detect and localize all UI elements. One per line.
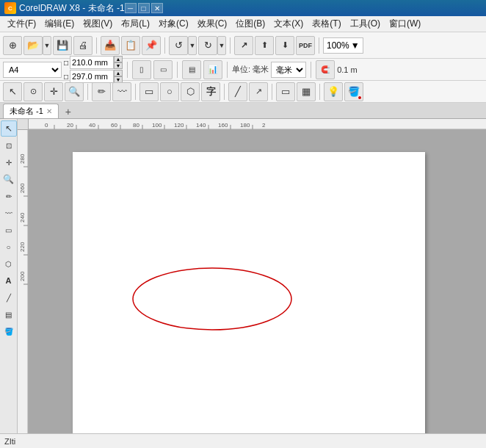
save-button[interactable]: 💾 — [53, 36, 72, 55]
toolbar-drawing: ↖ ⊙ ✛ 🔍 ✏ 〰 ▭ ○ ⬡ 字 ╱ ↗ ▭ ▦ 💡 🪣 — [0, 81, 486, 103]
new-tab-button[interactable]: + — [62, 105, 75, 118]
height-up[interactable]: ▲ — [114, 70, 123, 76]
canvas-area[interactable]: 0 20 40 60 80 100 120 140 160 180 — [18, 119, 486, 433]
separator-prop1 — [127, 62, 128, 78]
sep-t4 — [272, 84, 272, 100]
menu-item-窗口w[interactable]: 窗口(W) — [385, 16, 425, 32]
open-button[interactable]: 📂 — [23, 36, 43, 55]
menu-item-效果c[interactable]: 效果(C) — [193, 16, 232, 32]
tool-line[interactable]: ╱ — [1, 289, 17, 306]
open-dropdown[interactable]: ▼ — [43, 36, 51, 55]
paste-button[interactable]: 📌 — [142, 36, 161, 55]
undo-dropdown[interactable]: ▼ — [188, 36, 197, 55]
tool-text[interactable]: A — [1, 272, 17, 289]
doc-tab-active[interactable]: 未命名 -1 ✕ — [3, 104, 59, 118]
tool-pen[interactable]: ✏ — [1, 188, 17, 204]
separator1 — [96, 37, 97, 54]
title-bar: C CorelDRAW X8 - 未命名 -1 ─ □ ✕ — [0, 0, 486, 16]
svg-text:200: 200 — [19, 271, 26, 281]
bar-chart-btn[interactable]: 📊 — [203, 60, 222, 79]
export-up-button[interactable]: ⬆ — [255, 36, 274, 55]
menu-item-工具o[interactable]: 工具(O) — [346, 16, 385, 32]
status-text: ZIti — [4, 437, 15, 446]
page-size-select[interactable]: A4 — [3, 62, 62, 78]
transform-tool-btn[interactable]: ✛ — [44, 82, 63, 101]
print-button[interactable]: 🖨 — [73, 36, 93, 55]
fill-tool-btn[interactable]: 🪣 — [344, 82, 363, 101]
height-input[interactable] — [70, 70, 114, 83]
tool-node[interactable]: ⊡ — [1, 137, 17, 153]
copy-button[interactable]: 📋 — [121, 36, 140, 55]
width-down[interactable]: ▼ — [114, 62, 123, 69]
tool-select[interactable]: ↖ — [1, 120, 17, 137]
svg-text:280: 280 — [19, 153, 26, 164]
pen-tool-btn[interactable]: ✏ — [92, 82, 111, 101]
svg-text:240: 240 — [19, 212, 26, 223]
rect-tool-btn[interactable]: ▭ — [139, 82, 159, 101]
svg-text:2: 2 — [262, 122, 266, 129]
separator3 — [230, 37, 231, 54]
page-layout-btn[interactable]: ▤ — [182, 60, 201, 79]
sep-t5 — [319, 84, 320, 100]
menu-item-布局l[interactable]: 布局(L) — [117, 16, 154, 32]
tool-poly[interactable]: ⬡ — [1, 256, 17, 272]
text-tool-btn[interactable]: 字 — [201, 82, 220, 101]
svg-text:40: 40 — [89, 122, 95, 129]
main-area: ↖ ⊡ ✛ 🔍 ✏ 〰 ▭ ○ ⬡ A ╱ ▤ 🪣 0 20 40 — [0, 119, 486, 433]
tool-zoom[interactable]: 🔍 — [1, 171, 17, 187]
width-up[interactable]: ▲ — [114, 56, 123, 62]
redo-dropdown[interactable]: ▼ — [217, 36, 226, 55]
tool-bezier[interactable]: 〰 — [1, 205, 17, 221]
undo-button[interactable]: ↺ — [169, 36, 188, 55]
menu-item-表格t[interactable]: 表格(T) — [308, 16, 345, 32]
ellipse-tool-btn[interactable]: ○ — [160, 82, 179, 101]
page-canvas — [73, 152, 425, 433]
menu-item-对象c[interactable]: 对象(C) — [154, 16, 193, 32]
new-button[interactable]: ⊕ — [3, 36, 22, 55]
maximize-button[interactable]: □ — [138, 3, 150, 13]
zoom-chevron: ▼ — [351, 40, 360, 51]
tool-crop[interactable]: ✛ — [1, 154, 17, 170]
unit-select[interactable]: 毫米 — [271, 62, 306, 78]
svg-text:100: 100 — [152, 122, 162, 129]
eyedropper-tool-btn[interactable]: 💡 — [324, 82, 343, 101]
curve-tool-btn[interactable]: 〰 — [112, 82, 131, 101]
select-tool-btn[interactable]: ↖ — [3, 82, 22, 101]
polygon-tool-btn[interactable]: ⬡ — [181, 82, 200, 101]
snap-btn[interactable]: 🧲 — [316, 60, 335, 79]
transparency-tool-btn[interactable]: ▦ — [297, 82, 316, 101]
tool-ellipse[interactable]: ○ — [1, 239, 17, 255]
menu-item-文本x[interactable]: 文本(X) — [269, 16, 308, 32]
line-tool-btn[interactable]: ╱ — [228, 82, 247, 101]
redo-button[interactable]: ↻ — [198, 36, 217, 55]
landscape-btn[interactable]: ▭ — [153, 60, 173, 79]
svg-text:80: 80 — [133, 122, 139, 129]
portrait-btn[interactable]: ▯ — [132, 60, 151, 79]
svg-text:120: 120 — [174, 122, 184, 129]
shape-tool-btn[interactable]: ⊙ — [23, 82, 43, 101]
import2-button[interactable]: ↗ — [234, 36, 253, 55]
menu-item-编辑e[interactable]: 编辑(E) — [40, 16, 79, 32]
export-down-button[interactable]: ⬇ — [275, 36, 294, 55]
menu-item-视图v[interactable]: 视图(V) — [79, 16, 117, 32]
import-button[interactable]: 📥 — [101, 36, 120, 55]
zoom-dropdown[interactable]: 100% ▼ — [323, 37, 363, 54]
width-input[interactable] — [70, 56, 114, 69]
svg-point-35 — [133, 268, 291, 330]
menu-item-位图b[interactable]: 位图(B) — [231, 16, 269, 32]
menu-item-文件f[interactable]: 文件(F) — [3, 16, 40, 32]
height-spinners: ▲ ▼ — [114, 70, 123, 83]
tool-rect[interactable]: ▭ — [1, 222, 17, 238]
pdf-button[interactable]: PDF — [296, 36, 315, 55]
tool-fill[interactable]: 🪣 — [1, 323, 17, 339]
minimize-button[interactable]: ─ — [125, 3, 137, 13]
zoom-tool-btn[interactable]: 🔍 — [65, 82, 84, 101]
ruler-horizontal: 0 20 40 60 80 100 120 140 160 180 — [29, 119, 486, 130]
tab-bar: 未命名 -1 ✕ + — [0, 103, 486, 119]
tab-close-icon[interactable]: ✕ — [46, 107, 52, 115]
shadow-tool-btn[interactable]: ▭ — [276, 82, 295, 101]
close-button[interactable]: ✕ — [151, 3, 163, 13]
svg-text:140: 140 — [196, 122, 206, 129]
connector-tool-btn[interactable]: ↗ — [249, 82, 268, 101]
tool-table[interactable]: ▤ — [1, 306, 17, 322]
